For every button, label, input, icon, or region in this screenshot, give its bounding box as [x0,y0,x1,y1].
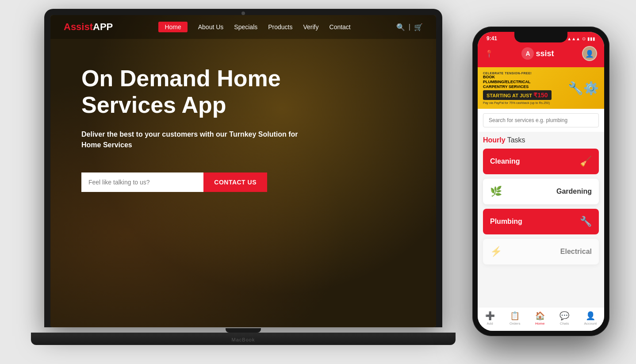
home-icon: 🏠 [535,311,545,321]
phone-notch [514,32,567,42]
logo-assist: Assist [64,21,93,33]
electrical-icon: ⚡ [490,246,502,257]
hero-cta: CONTACT US [81,172,267,192]
phone-bottom-nav: ➕ Add 📋 Orders 🏠 Home 💬 Chats 👤 Ac [478,307,604,331]
contact-us-button[interactable]: CONTACT US [203,172,267,192]
nav-add[interactable]: ➕ Add [485,311,495,326]
status-icons: ▲▲▲ ⊙ ▮▮▮ [567,36,595,41]
battery-icon: ▮▮▮ [587,36,595,41]
banner-pay-text: Pay via PayPal for 75% cashback (up to R… [483,101,564,104]
logo-letter: A [525,50,530,57]
banner-price: ₹150 [533,92,548,99]
hourly-header: Hourly Tasks [483,136,599,144]
nav-specials[interactable]: Specials [234,23,257,31]
service-plumbing[interactable]: Plumbing 🔧 [483,209,599,234]
banner-content: CELEBRATE TENSION-FREE! BOOKPLUMBING/ELE… [483,72,564,104]
website-nav: Assist APP Home About Us Specials Produc… [50,15,436,39]
phone-logo: A ssist [521,47,554,60]
tasks-label: Tasks [507,136,525,144]
account-icon: 👤 [586,311,595,321]
orders-icon: 📋 [510,311,520,321]
laptop-screen: Assist APP Home About Us Specials Produc… [50,15,436,327]
electrical-label: Electrical [560,248,592,256]
gardening-icon: 🌿 [490,186,502,197]
add-label: Add [487,322,493,326]
laptop-notch [226,328,261,333]
phone-search-input[interactable] [483,113,599,127]
laptop-frame: Assist APP Home About Us Specials Produc… [44,9,442,327]
search-icon[interactable]: 🔍 [396,23,405,31]
logo-app: APP [93,21,113,33]
phone-logo-text: ssist [536,49,554,58]
hero-title: On Demand Home Services App [81,65,329,119]
phone: 9:41 ▲▲▲ ⊙ ▮▮▮ 📍 A ssist 👤 [472,27,609,336]
website: Assist APP Home About Us Specials Produc… [50,15,436,327]
banner-tools-icon: 🔧⚙️ [568,81,599,96]
phone-app-header: 📍 A ssist 👤 [478,43,604,67]
nav-about[interactable]: About Us [198,23,224,31]
promo-banner[interactable]: CELEBRATE TENSION-FREE! BOOKPLUMBING/ELE… [478,67,604,109]
nav-home[interactable]: Home [158,22,187,32]
plumbing-label: Plumbing [490,218,522,226]
gardening-label: Gardening [556,188,592,195]
phone-frame: 9:41 ▲▲▲ ⊙ ▮▮▮ 📍 A ssist 👤 [472,27,609,336]
wifi-icon: ⊙ [582,36,586,41]
nav-contact[interactable]: Contact [329,23,351,31]
home-label: Home [535,322,544,326]
banner-starting-text: STARTING AT JUST [487,93,533,98]
banner-book-text: BOOKPLUMBING/ELECTRICALCARPENTRY SERVICE… [483,75,564,89]
plumbing-icon: 🔧 [580,216,592,227]
phone-screen: 9:41 ▲▲▲ ⊙ ▮▮▮ 📍 A ssist 👤 [478,32,604,331]
nav-products[interactable]: Products [268,23,292,31]
cleaning-icon: 🧹 [580,156,592,167]
signal-icon: ▲▲▲ [567,36,580,41]
location-icon[interactable]: 📍 [485,50,494,58]
account-label: Account [584,322,597,326]
cleaning-label: Cleaning [490,157,520,165]
logo: Assist APP [64,21,113,33]
cart-icon[interactable]: 🛒 [414,23,423,31]
phone-search-container [478,109,604,132]
orders-label: Orders [510,322,520,326]
hero-subtitle: Deliver the best to your customers with … [81,129,303,150]
nav-separator: | [409,23,410,31]
nav-chats[interactable]: 💬 Chats [559,311,569,326]
service-gardening[interactable]: 🌿 Gardening [483,179,599,204]
contact-input[interactable] [81,172,203,192]
chats-label: Chats [560,322,569,326]
laptop-camera [241,11,245,15]
add-icon: ➕ [485,311,495,321]
laptop-base [31,333,456,345]
nav-links: Home About Us Specials Products Verify C… [158,22,350,32]
service-cleaning[interactable]: Cleaning 🧹 [483,149,599,174]
nav-home[interactable]: 🏠 Home [535,311,545,326]
phone-content: Hourly Tasks Cleaning 🧹 🌿 Gardening Plum… [478,132,604,307]
nav-verify[interactable]: Verify [303,23,319,31]
user-avatar[interactable]: 👤 [582,46,597,61]
banner-celebrate-text: CELEBRATE TENSION-FREE! [483,72,564,75]
nav-icons: 🔍 | 🛒 [396,23,423,31]
hourly-label: Hourly [483,136,506,144]
status-time: 9:41 [487,35,497,42]
laptop: Assist APP Home About Us Specials Produc… [44,9,442,345]
nav-account[interactable]: 👤 Account [584,311,597,326]
service-electrical[interactable]: ⚡ Electrical [483,239,599,264]
hero-section: On Demand Home Services App Deliver the … [50,39,436,205]
chats-icon: 💬 [559,311,569,321]
phone-logo-icon: A [521,47,534,60]
banner-price-badge: STARTING AT JUST ₹150 [483,90,552,100]
nav-orders[interactable]: 📋 Orders [510,311,520,326]
